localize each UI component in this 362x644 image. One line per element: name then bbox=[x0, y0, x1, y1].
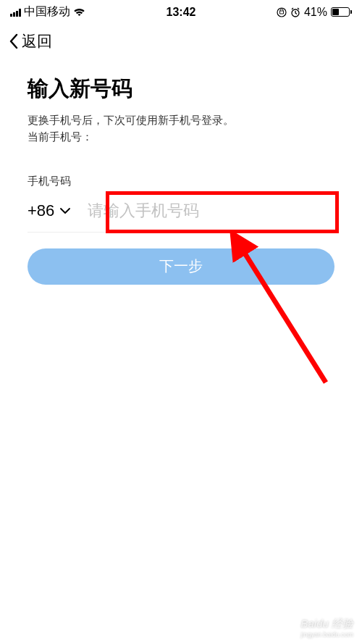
nav-bar: 返回 bbox=[0, 24, 362, 62]
country-code-selector[interactable]: +86 bbox=[28, 196, 79, 226]
current-phone-label: 当前手机号： bbox=[28, 130, 334, 144]
battery-percent: 41% bbox=[304, 6, 327, 19]
alarm-icon bbox=[290, 7, 300, 17]
phone-field-label: 手机号码 bbox=[28, 175, 334, 188]
back-button[interactable]: 返回 bbox=[9, 31, 52, 51]
page-title: 输入新号码 bbox=[28, 75, 334, 104]
next-button[interactable]: 下一步 bbox=[28, 248, 334, 285]
svg-point-0 bbox=[277, 8, 286, 17]
wifi-icon bbox=[73, 8, 85, 17]
page-content: 输入新号码 更换手机号后，下次可使用新手机号登录。 当前手机号： 手机号码 +8… bbox=[0, 62, 362, 285]
orientation-lock-icon bbox=[277, 7, 287, 17]
status-right: 41% bbox=[277, 6, 352, 19]
carrier-label: 中国移动 bbox=[24, 4, 70, 20]
watermark: Baidu 经验 jingyan.baidu.com bbox=[300, 617, 353, 638]
phone-row: +86 bbox=[28, 196, 334, 233]
watermark-url: jingyan.baidu.com bbox=[300, 631, 353, 638]
phone-input[interactable] bbox=[83, 196, 334, 226]
chevron-down-icon bbox=[60, 208, 70, 214]
status-left: 中国移动 bbox=[10, 4, 85, 20]
signal-icon bbox=[10, 8, 21, 17]
country-code-value: +86 bbox=[28, 201, 54, 220]
page-subtitle: 更换手机号后，下次可使用新手机号登录。 bbox=[28, 112, 334, 129]
back-label: 返回 bbox=[22, 31, 52, 51]
chevron-left-icon bbox=[9, 33, 19, 49]
status-bar: 中国移动 13:42 41% bbox=[0, 0, 362, 24]
battery-icon bbox=[331, 7, 352, 17]
status-time: 13:42 bbox=[167, 6, 196, 19]
watermark-brand: Baidu 经验 bbox=[300, 617, 353, 630]
